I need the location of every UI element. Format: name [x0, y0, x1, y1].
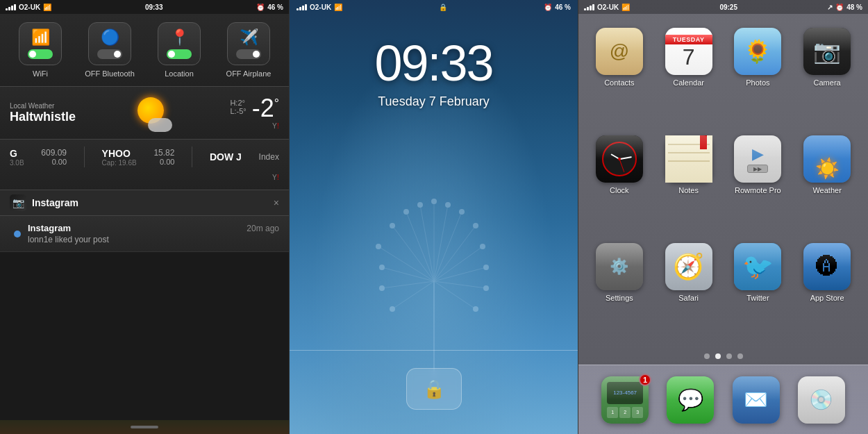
twitter-bird-glyph: 🐦	[742, 252, 774, 281]
app-twitter[interactable]: 🐦 Twitter	[728, 243, 788, 341]
svg-point-20	[445, 202, 451, 208]
lock-icon: 🔒	[423, 378, 445, 400]
notif-title: Instagram	[28, 223, 71, 233]
toggle-airplane[interactable]: ✈️ OFF Airplane	[221, 22, 276, 78]
dock-itunes[interactable]: 💿	[798, 376, 845, 424]
lock-carrier: O2-UK	[310, 3, 331, 11]
toggle-location[interactable]: 📍 Location	[151, 22, 207, 78]
twitter-inner: 🐦	[734, 243, 781, 290]
dock-phone[interactable]: 123-4567 1 2 3 1	[601, 376, 649, 424]
safari-icon[interactable]: 🧭	[665, 243, 712, 290]
rowmote-icon[interactable]: ▶ ▶▶	[734, 135, 781, 183]
wifi-switch[interactable]	[28, 49, 53, 59]
status-bar-right-1: ⏰ 46 %	[256, 3, 283, 11]
app-appstore[interactable]: 🅐 App Store	[797, 243, 857, 341]
notes-icon[interactable]	[665, 135, 712, 183]
page-dot-4[interactable]	[737, 353, 743, 359]
app-notes[interactable]: Notes	[659, 135, 719, 233]
clock-icon[interactable]	[596, 135, 643, 183]
toggle-btn-wifi[interactable]: 📶	[19, 22, 62, 65]
weather-location-label: Local Weather	[10, 102, 76, 110]
app-camera[interactable]: 📷 Camera	[797, 28, 857, 126]
phone-screen: 123-4567	[607, 382, 643, 404]
home-status-right: ↗ ⏰ 48 %	[827, 3, 862, 11]
app-weather[interactable]: ☀️ Weather	[797, 135, 857, 233]
notes-label: Notes	[678, 186, 699, 194]
notes-bookmark	[700, 135, 707, 149]
stocks-widget[interactable]: G 3.0B 609.09 0.00 YHOO Cap: 19.6B 15.82…	[0, 140, 289, 190]
lock-status-right: ⏰ 46 %	[544, 3, 571, 11]
settings-icon[interactable]: ⚙️	[596, 243, 643, 290]
messages-glyph: 💬	[678, 387, 703, 412]
photos-icon[interactable]: 🌻	[734, 28, 781, 75]
safari-compass-glyph: 🧭	[673, 252, 704, 281]
calendar-icon[interactable]: TUESDAY 7	[665, 28, 712, 75]
app-settings[interactable]: ⚙️ Settings	[590, 243, 649, 341]
svg-line-9	[382, 267, 434, 281]
weather-icon-inner: ☀️	[803, 135, 851, 183]
dock-messages[interactable]: 💬	[667, 376, 714, 424]
messages-icon[interactable]: 💬	[667, 376, 714, 424]
toggle-btn-airplane[interactable]: ✈️	[227, 22, 270, 65]
svg-point-17	[403, 209, 409, 215]
dock-mail[interactable]: ✉️	[733, 376, 780, 424]
contacts-icon[interactable]: @	[596, 28, 643, 75]
svg-point-23	[376, 244, 381, 249]
dandelion-art	[330, 170, 538, 378]
toggle-bluetooth[interactable]: 🔵 OFF Bluetooth	[82, 22, 137, 78]
twitter-icon[interactable]: 🐦	[734, 243, 781, 290]
svg-point-21	[459, 209, 465, 215]
bluetooth-knob	[114, 51, 121, 58]
page-dot-2[interactable]	[715, 353, 721, 359]
app-grid: @ Contacts TUESDAY 7 Calendar 🌻 Photos	[578, 14, 868, 348]
notification-body[interactable]: Instagram 20m ago lonn1e liked your post	[0, 216, 289, 252]
toggles-row: 📶 WiFi 🔵 OFF Bluetooth 📍	[0, 14, 289, 87]
svg-point-26	[390, 306, 395, 312]
camera-icon-glyph: 📷	[813, 38, 841, 65]
app-photos[interactable]: 🌻 Photos	[728, 28, 788, 126]
clock-center-dot	[618, 158, 621, 160]
appstore-icon[interactable]: 🅐	[803, 243, 851, 290]
status-bar-1: O2-UK 📶 09:33 ⏰ 46 %	[0, 0, 289, 14]
app-calendar[interactable]: TUESDAY 7 Calendar	[659, 28, 719, 126]
notification-panel: O2-UK 📶 09:33 ⏰ 46 % 📶 WiFi 🔵	[0, 0, 290, 434]
location-knob	[168, 51, 175, 58]
app-rowmote[interactable]: ▶ ▶▶ Rowmote Pro	[728, 135, 788, 233]
toggle-btn-location[interactable]: 📍	[158, 22, 201, 65]
svg-point-18	[417, 202, 423, 208]
stock-change-g: 0.00	[41, 158, 67, 166]
bluetooth-switch[interactable]	[97, 49, 122, 59]
notif-close-button[interactable]: ×	[274, 197, 279, 208]
toggle-wifi[interactable]: 📶 WiFi	[12, 22, 68, 78]
itunes-icon[interactable]: 💿	[798, 376, 845, 424]
svg-point-19	[431, 199, 437, 204]
temp-unit: °	[274, 97, 279, 110]
svg-line-6	[434, 212, 462, 281]
weather-widget[interactable]: Local Weather Haltwhistle H:2° L:-5° -2°…	[0, 87, 289, 140]
app-safari[interactable]: 🧭 Safari	[659, 243, 719, 341]
lock-slider-button[interactable]: 🔒	[406, 368, 462, 410]
app-clock[interactable]: Clock	[590, 135, 649, 233]
calendar-label: Calendar	[673, 78, 704, 87]
rowmote-label: Rowmote Pro	[735, 186, 781, 194]
camera-icon[interactable]: 📷	[803, 28, 851, 75]
airplane-switch[interactable]	[236, 49, 261, 59]
app-contacts[interactable]: @ Contacts	[590, 28, 649, 126]
stock-item-dow: DOW J	[210, 151, 242, 162]
stock-value-g: 609.09	[41, 148, 67, 158]
mail-icon[interactable]: ✉️	[733, 376, 780, 424]
weather-hl: H:2° L:-5°	[230, 99, 246, 115]
stock-val-yhoo: 15.82 0.00	[153, 148, 174, 166]
toggle-btn-bluetooth[interactable]: 🔵	[88, 22, 131, 65]
page-dot-1[interactable]	[704, 353, 710, 359]
battery-1: 46 %	[267, 3, 283, 11]
location-switch[interactable]	[167, 49, 192, 59]
svg-line-14	[434, 281, 486, 288]
notif-app-name: Instagram	[32, 197, 78, 208]
weather-city: Haltwhistle	[10, 110, 76, 124]
wifi-icon: 📶	[31, 28, 50, 47]
instagram-icon: 📷	[10, 194, 26, 211]
page-dot-3[interactable]	[726, 353, 732, 359]
weather-sun-glyph: ☀️	[815, 157, 840, 180]
weather-icon[interactable]: ☀️	[803, 135, 851, 183]
